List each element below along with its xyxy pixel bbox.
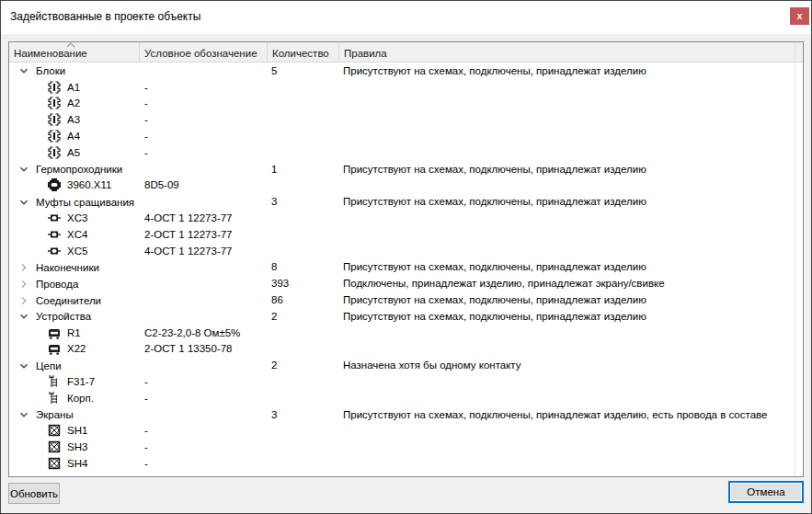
name-cell: A2 [9, 96, 140, 110]
name-cell: XC3 [9, 211, 140, 225]
table-row[interactable]: XC34-ОСТ 1 12273-77 [9, 210, 803, 226]
name-cell: Гермопроходники [9, 163, 140, 175]
scrollbar-gutter-line [795, 42, 795, 476]
column-header-name[interactable]: Наименование [9, 42, 140, 62]
name-cell: X22 [9, 341, 140, 356]
cancel-button[interactable]: Отмена [728, 481, 804, 503]
table-row[interactable]: SH4- [9, 455, 803, 472]
group-label: Гермопроходники [36, 164, 122, 175]
group-label: Блоки [36, 65, 65, 76]
item-label: XC5 [67, 246, 87, 257]
block-icon [47, 80, 62, 95]
chevron-right-icon[interactable] [19, 280, 29, 289]
table-row[interactable]: R1С2-23-2,0-8 Ом±5% [9, 325, 803, 341]
table-row[interactable]: Муфты сращивания3Присутствуют на схемах,… [9, 193, 803, 210]
designation-cell: - [140, 131, 268, 142]
table-row[interactable]: 3960.X118D5-09 [9, 177, 803, 194]
table-row[interactable]: Соединители86Присутствуют на схемах, под… [9, 291, 803, 308]
column-header-designation[interactable]: Условное обозначение [140, 42, 268, 62]
designation-cell: - [140, 82, 268, 93]
chevron-down-icon[interactable] [19, 410, 29, 419]
quantity-cell: 5 [268, 65, 339, 76]
table-row[interactable]: XC42-ОСТ 1 12273-77 [9, 226, 803, 243]
window-title: Задействованные в проекте объекты [10, 10, 200, 23]
quantity-cell: 8 [268, 261, 339, 272]
column-header-quantity[interactable]: Количество [268, 42, 339, 62]
quantity-cell: 3 [268, 196, 339, 207]
designation-cell: - [140, 97, 268, 109]
screen-icon [47, 423, 62, 438]
refresh-button[interactable]: Обновить [8, 483, 60, 504]
chevron-down-icon[interactable] [19, 66, 29, 75]
table-row[interactable]: F31-7- [9, 373, 803, 390]
dialog-window: Задействованные в проекте объекты x Наим… [0, 0, 812, 514]
table-row[interactable]: Корп.- [9, 390, 803, 406]
item-label: A5 [67, 147, 80, 158]
table-row[interactable]: A3- [9, 111, 803, 128]
chevron-down-icon[interactable] [19, 165, 29, 174]
chevron-down-icon[interactable] [19, 361, 29, 371]
rules-cell: Присутствуют на схемах, подключены, прин… [339, 196, 795, 207]
table-row[interactable]: A2- [9, 96, 803, 112]
name-cell: SH1 [9, 423, 140, 438]
screen-icon [47, 456, 62, 471]
table-row[interactable]: Провода393Подключены, принадлежат издели… [9, 275, 803, 291]
designation-cell: - [140, 376, 268, 387]
rules-cell: Подключены, принадлежат изделию, принадл… [339, 278, 795, 289]
rules-cell: Присутствуют на схемах, подключены, прин… [339, 294, 795, 305]
group-label: Устройства [36, 311, 91, 322]
table-row[interactable]: SH3- [9, 439, 803, 455]
table-row[interactable]: Устройства2Присутствуют на схемах, подкл… [9, 308, 803, 325]
table-row[interactable]: A4- [9, 128, 803, 144]
chevron-right-icon[interactable] [19, 296, 29, 305]
name-cell: Корп. [9, 391, 140, 405]
item-label: X22 [67, 343, 86, 354]
column-header-filler [795, 42, 803, 62]
table-row[interactable]: A1- [9, 79, 803, 96]
designation-cell: - [140, 425, 268, 436]
device-icon [47, 341, 62, 356]
designation-cell: - [140, 114, 268, 125]
table-row[interactable]: X222-ОСТ 1 13350-78 [9, 341, 803, 358]
quantity-cell: 2 [268, 360, 339, 371]
net-icon [47, 391, 62, 405]
chevron-right-icon[interactable] [19, 263, 29, 272]
group-label: Соединители [36, 295, 101, 306]
table-row[interactable]: A5- [9, 144, 803, 161]
quantity-cell: 3 [268, 409, 339, 420]
designation-cell: 2-ОСТ 1 12273-77 [140, 229, 268, 240]
designation-cell: - [140, 147, 268, 158]
rules-cell: Присутствуют на схемах, подключены, прин… [339, 261, 795, 272]
table-header-row: Наименование Условное обозначение Количе… [9, 42, 803, 63]
name-cell: XC4 [9, 227, 140, 242]
table-row[interactable]: SH1- [9, 423, 803, 440]
name-cell: R1 [9, 326, 140, 340]
table-row[interactable]: Наконечники8Присутствуют на схемах, подк… [9, 259, 803, 276]
chevron-down-icon[interactable] [19, 198, 29, 207]
group-label: Муфты сращивания [36, 197, 134, 208]
chevron-down-icon[interactable] [19, 312, 29, 321]
name-cell: Провода [9, 278, 140, 290]
rules-cell: Присутствуют на схемах, подключены, прин… [339, 65, 795, 76]
item-label: XC3 [67, 212, 87, 223]
designation-cell: 4-ОСТ 1 12273-77 [140, 212, 268, 223]
table-row[interactable]: Блоки5Присутствуют на схемах, подключены… [9, 63, 803, 79]
name-cell: A4 [9, 129, 140, 143]
objects-tree-table: Наименование Условное обозначение Количе… [8, 41, 804, 477]
item-label: R1 [67, 327, 81, 338]
table-row[interactable]: Гермопроходники1Присутствуют на схемах, … [9, 161, 803, 177]
item-label: A3 [67, 114, 80, 125]
table-row[interactable]: Экраны3Присутствуют на схемах, подключен… [9, 406, 803, 423]
column-header-rules[interactable]: Правила [339, 42, 795, 62]
device-icon [47, 326, 62, 340]
designation-cell: - [140, 458, 268, 469]
tree-rows: Блоки5Присутствуют на схемах, подключены… [9, 63, 803, 472]
close-button[interactable]: x [790, 7, 809, 25]
feedthrough-icon [47, 177, 62, 192]
item-label: A2 [67, 97, 80, 109]
item-label: Корп. [67, 393, 94, 404]
item-label: SH1 [67, 425, 87, 436]
table-row[interactable]: XC54-ОСТ 1 12273-77 [9, 243, 803, 259]
block-icon [47, 96, 62, 110]
table-row[interactable]: Цепи2Назначена хотя бы одному контакту [9, 357, 803, 373]
